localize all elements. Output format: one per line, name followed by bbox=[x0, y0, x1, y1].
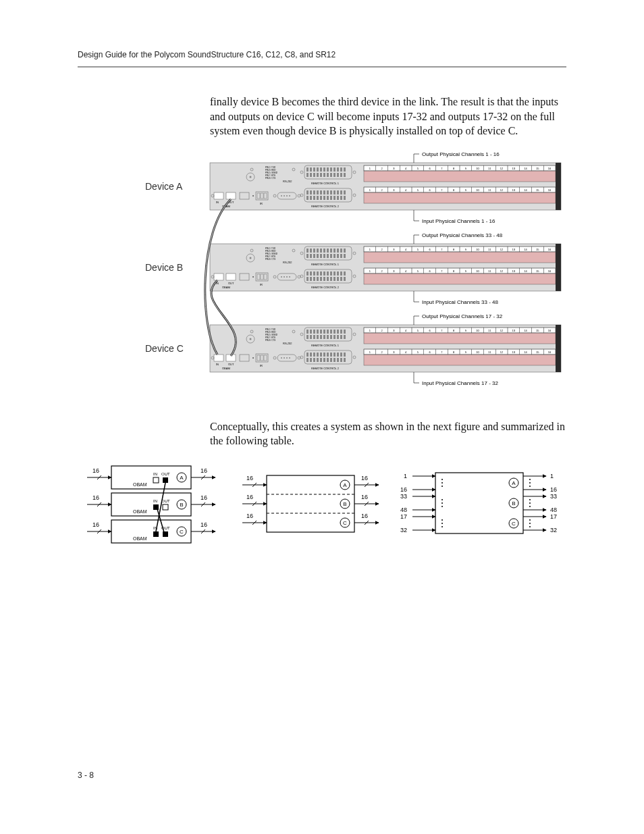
svg-text:A: A bbox=[343, 482, 347, 488]
svg-text:16: 16 bbox=[200, 494, 207, 501]
svg-point-201 bbox=[529, 502, 531, 504]
page-number: 3 - 8 bbox=[78, 771, 94, 780]
svg-point-199 bbox=[529, 486, 531, 487]
svg-text:C: C bbox=[512, 521, 516, 527]
page-header: Design Guide for the Polycom SoundStruct… bbox=[78, 50, 566, 68]
device-c-input-caption: Input Physical Channels 17 - 32 bbox=[422, 380, 499, 386]
svg-text:B: B bbox=[512, 500, 515, 506]
svg-text:C: C bbox=[180, 529, 184, 535]
svg-rect-138 bbox=[163, 477, 168, 483]
device-c-label: Device C bbox=[145, 343, 184, 354]
figure-conceptual: OBAM IN OUT A 16 16 OBAM IN OUT bbox=[78, 459, 566, 547]
svg-point-189 bbox=[441, 482, 443, 484]
svg-text:B: B bbox=[343, 501, 346, 507]
svg-text:OUT: OUT bbox=[161, 499, 170, 503]
svg-text:16: 16 bbox=[246, 475, 253, 481]
device-b-output-caption: Output Physical Channels 33 - 48 bbox=[422, 232, 503, 238]
svg-text:OBAM: OBAM bbox=[133, 509, 147, 514]
paragraph-1: finally device B becomes the third devic… bbox=[210, 95, 566, 138]
svg-text:17: 17 bbox=[550, 513, 557, 520]
svg-text:16: 16 bbox=[246, 494, 253, 500]
svg-text:33: 33 bbox=[550, 493, 557, 500]
svg-text:OUT: OUT bbox=[161, 472, 170, 476]
svg-rect-184 bbox=[435, 473, 523, 533]
device-a-input-caption: Input Physical Channels 1 - 16 bbox=[422, 218, 495, 224]
header-title: Design Guide for the Polycom SoundStruct… bbox=[78, 50, 336, 59]
paragraph-2: Conceptually, this creates a system as s… bbox=[210, 419, 566, 448]
svg-rect-157 bbox=[153, 531, 159, 537]
svg-text:16: 16 bbox=[361, 513, 368, 519]
svg-text:16: 16 bbox=[361, 494, 368, 500]
svg-point-195 bbox=[441, 523, 443, 524]
svg-point-190 bbox=[441, 486, 443, 487]
svg-point-198 bbox=[529, 482, 531, 484]
svg-text:16: 16 bbox=[92, 467, 99, 474]
svg-point-188 bbox=[441, 479, 443, 480]
svg-text:IN: IN bbox=[153, 499, 157, 503]
device-b-input-caption: Input Physical Channels 33 - 48 bbox=[422, 299, 499, 305]
device-b-label: Device B bbox=[145, 262, 183, 273]
figure-rack-devices: PIN 2: TXD PIN 3: RXD PIN 5: SGND PIN 7:… bbox=[78, 149, 566, 392]
svg-point-203 bbox=[529, 519, 531, 521]
svg-text:IN: IN bbox=[153, 472, 157, 476]
device-a-output-caption: Output Physical Channels 1 - 16 bbox=[422, 151, 500, 157]
svg-point-194 bbox=[441, 519, 443, 521]
svg-text:A: A bbox=[512, 480, 516, 486]
svg-point-191 bbox=[441, 499, 443, 500]
svg-text:17: 17 bbox=[400, 513, 407, 520]
svg-rect-137 bbox=[153, 477, 159, 483]
svg-text:B: B bbox=[180, 502, 183, 508]
device-a-label: Device A bbox=[145, 181, 183, 192]
svg-text:C: C bbox=[343, 520, 347, 526]
svg-point-202 bbox=[529, 506, 531, 507]
svg-text:32: 32 bbox=[550, 527, 557, 533]
svg-text:1: 1 bbox=[404, 473, 407, 479]
svg-text:48: 48 bbox=[400, 506, 407, 513]
svg-point-204 bbox=[529, 523, 531, 524]
svg-text:16: 16 bbox=[200, 467, 207, 474]
svg-text:A: A bbox=[180, 475, 184, 481]
svg-text:1: 1 bbox=[550, 473, 554, 479]
svg-rect-166 bbox=[267, 475, 354, 532]
svg-text:16: 16 bbox=[550, 486, 557, 493]
small-obam: OBAM bbox=[133, 482, 147, 487]
svg-point-205 bbox=[529, 526, 531, 527]
svg-text:16: 16 bbox=[200, 521, 207, 528]
svg-point-200 bbox=[529, 499, 531, 500]
svg-text:16: 16 bbox=[400, 486, 407, 493]
svg-text:OBAM: OBAM bbox=[133, 536, 147, 541]
svg-text:33: 33 bbox=[400, 493, 407, 500]
svg-point-193 bbox=[441, 506, 443, 507]
svg-text:16: 16 bbox=[361, 475, 368, 481]
device-c-output-caption: Output Physical Channels 17 - 32 bbox=[422, 313, 503, 319]
svg-text:16: 16 bbox=[92, 494, 99, 501]
svg-text:48: 48 bbox=[550, 506, 557, 513]
svg-text:16: 16 bbox=[92, 521, 99, 528]
svg-point-192 bbox=[441, 502, 443, 504]
svg-text:16: 16 bbox=[246, 513, 253, 519]
svg-rect-148 bbox=[163, 504, 168, 510]
svg-point-197 bbox=[529, 479, 531, 480]
svg-point-196 bbox=[441, 526, 443, 527]
svg-text:32: 32 bbox=[400, 527, 407, 533]
